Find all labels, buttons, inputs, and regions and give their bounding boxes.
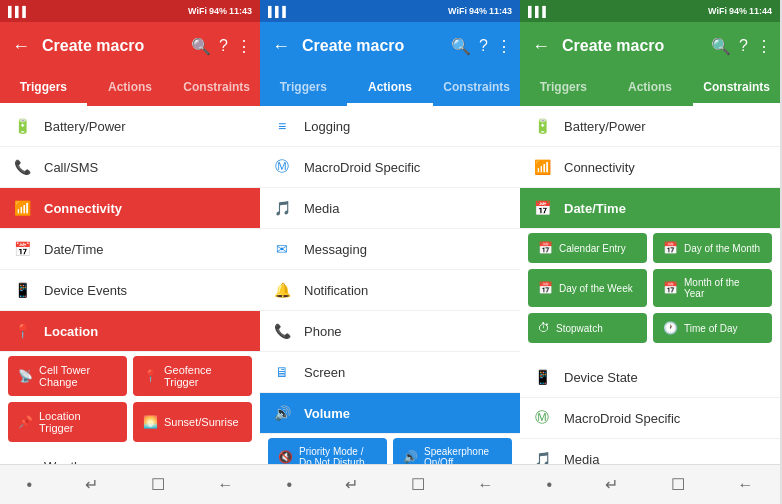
back-button-1[interactable]: ←	[8, 32, 34, 61]
more-button-1[interactable]: ⋮	[236, 37, 252, 56]
speakerphone-btn[interactable]: 🔊 Speakerphone On/Off	[393, 438, 512, 464]
nav-bar-2: • ↵ ☐ ←	[260, 464, 520, 504]
status-right-3: WiFi 94% 11:44	[708, 6, 772, 16]
phone-icon: 📞	[272, 321, 292, 341]
list-item-callsms[interactable]: 📞 Call/SMS	[0, 147, 260, 188]
tab-actions-3[interactable]: Actions	[607, 70, 694, 106]
tab-actions-2[interactable]: Actions	[347, 70, 434, 106]
month-of-year-btn[interactable]: 📅 Month of the Year	[653, 269, 772, 307]
datetime-chips: 📅 Calendar Entry 📅 Day of the Month 📅 Da…	[520, 229, 780, 357]
media-icon-3: 🎵	[532, 449, 552, 464]
calendar-entry-btn[interactable]: 📅 Calendar Entry	[528, 233, 647, 263]
time-2: 11:43	[489, 6, 512, 16]
priority-mode-btn[interactable]: 🔇 Priority Mode / Do Not Disturb	[268, 438, 387, 464]
tabs-2: Triggers Actions Constraints	[260, 70, 520, 106]
nav-dot-2: •	[286, 476, 292, 494]
list-item-battery-3[interactable]: 🔋 Battery/Power	[520, 106, 780, 147]
list-item-deviceevents[interactable]: 📱 Device Events	[0, 270, 260, 311]
list-item-notification[interactable]: 🔔 Notification	[260, 270, 520, 311]
list-item-connectivity-3[interactable]: 📶 Connectivity	[520, 147, 780, 188]
status-left-2: ▌▌▌	[268, 6, 289, 17]
panel-constraints: ▌▌▌ WiFi 94% 11:44 ← Create macro 🔍 ? ⋮ …	[520, 0, 780, 504]
datetime-icon: 📅	[12, 239, 32, 259]
list-item-phone[interactable]: 📞 Phone	[260, 311, 520, 352]
list-item-devicestate[interactable]: 📱 Device State	[520, 357, 780, 398]
list-item-battery[interactable]: 🔋 Battery/Power	[0, 106, 260, 147]
list-item-connectivity[interactable]: 📶 Connectivity	[0, 188, 260, 229]
tab-constraints-2[interactable]: Constraints	[433, 70, 520, 106]
tab-constraints-1[interactable]: Constraints	[173, 70, 260, 106]
search-button-1[interactable]: 🔍	[191, 37, 211, 56]
day-of-week-btn[interactable]: 📅 Day of the Week	[528, 269, 647, 307]
nav-back-2[interactable]: ←	[478, 476, 494, 494]
day-of-week-icon: 📅	[538, 281, 553, 295]
nav-return-2[interactable]: ↵	[345, 475, 358, 494]
logging-icon: ≡	[272, 116, 292, 136]
tabs-1: Triggers Actions Constraints	[0, 70, 260, 106]
list-item-macrodroid-2[interactable]: Ⓜ MacroDroid Specific	[260, 147, 520, 188]
help-button-1[interactable]: ?	[219, 37, 228, 55]
nav-square-1[interactable]: ☐	[151, 475, 165, 494]
list-item-macrodroid-3[interactable]: Ⓜ MacroDroid Specific	[520, 398, 780, 439]
messaging-label: Messaging	[304, 242, 367, 257]
tab-triggers-1[interactable]: Triggers	[0, 70, 87, 106]
battery-icon-3: 🔋	[532, 116, 552, 136]
status-right-1: WiFi 94% 11:43	[188, 6, 252, 16]
tab-constraints-3[interactable]: Constraints	[693, 70, 780, 106]
time-of-day-btn[interactable]: 🕐 Time of Day	[653, 313, 772, 343]
geofence-label: Geofence Trigger	[164, 364, 242, 388]
nav-back-1[interactable]: ←	[218, 476, 234, 494]
search-button-2[interactable]: 🔍	[451, 37, 471, 56]
back-button-3[interactable]: ←	[528, 32, 554, 61]
deviceevents-label: Device Events	[44, 283, 127, 298]
tab-triggers-2[interactable]: Triggers	[260, 70, 347, 106]
nav-back-3[interactable]: ←	[738, 476, 754, 494]
notification-icon: 🔔	[272, 280, 292, 300]
help-button-3[interactable]: ?	[739, 37, 748, 55]
geofence-btn[interactable]: 📍 Geofence Trigger	[133, 356, 252, 396]
tab-actions-1[interactable]: Actions	[87, 70, 174, 106]
content-3: 🔋 Battery/Power 📶 Connectivity 📅 Date/Ti…	[520, 106, 780, 464]
stopwatch-btn[interactable]: ⏱ Stopwatch	[528, 313, 647, 343]
sunset-sunrise-btn[interactable]: 🌅 Sunset/Sunrise	[133, 402, 252, 442]
toolbar-actions-3: 🔍 ? ⋮	[711, 37, 772, 56]
day-of-week-label: Day of the Week	[559, 283, 633, 294]
devicestate-label: Device State	[564, 370, 638, 385]
list-item-logging[interactable]: ≡ Logging	[260, 106, 520, 147]
list-item-messaging[interactable]: ✉ Messaging	[260, 229, 520, 270]
battery-2: 94%	[469, 6, 487, 16]
nav-square-3[interactable]: ☐	[671, 475, 685, 494]
list-item-datetime-3[interactable]: 📅 Date/Time	[520, 188, 780, 229]
more-button-2[interactable]: ⋮	[496, 37, 512, 56]
nav-square-2[interactable]: ☐	[411, 475, 425, 494]
toolbar-actions-1: 🔍 ? ⋮	[191, 37, 252, 56]
day-of-month-btn[interactable]: 📅 Day of the Month	[653, 233, 772, 263]
list-item-screen[interactable]: 🖥 Screen	[260, 352, 520, 393]
list-item-weather[interactable]: ☁ Weather	[0, 446, 260, 464]
back-button-2[interactable]: ←	[268, 32, 294, 61]
help-button-2[interactable]: ?	[479, 37, 488, 55]
volume-icon: 🔊	[272, 403, 292, 423]
nav-return-3[interactable]: ↵	[605, 475, 618, 494]
list-item-media[interactable]: 🎵 Media	[260, 188, 520, 229]
cell-tower-label: Cell Tower Change	[39, 364, 117, 388]
list-item-media-3[interactable]: 🎵 Media	[520, 439, 780, 464]
battery-3: 94%	[729, 6, 747, 16]
search-button-3[interactable]: 🔍	[711, 37, 731, 56]
deviceevents-icon: 📱	[12, 280, 32, 300]
nav-return-1[interactable]: ↵	[85, 475, 98, 494]
status-bar-3: ▌▌▌ WiFi 94% 11:44	[520, 0, 780, 22]
toolbar-actions-2: 🔍 ? ⋮	[451, 37, 512, 56]
list-item-location[interactable]: 📍 Location	[0, 311, 260, 352]
stopwatch-label: Stopwatch	[556, 323, 603, 334]
speakerphone-label: Speakerphone On/Off	[424, 446, 502, 464]
location-trigger-btn[interactable]: 📌 Location Trigger	[8, 402, 127, 442]
cell-tower-btn[interactable]: 📡 Cell Tower Change	[8, 356, 127, 396]
tab-triggers-3[interactable]: Triggers	[520, 70, 607, 106]
more-button-3[interactable]: ⋮	[756, 37, 772, 56]
connectivity-label-3: Connectivity	[564, 160, 635, 175]
list-item-datetime[interactable]: 📅 Date/Time	[0, 229, 260, 270]
list-item-volume[interactable]: 🔊 Volume	[260, 393, 520, 434]
nav-dot-3: •	[546, 476, 552, 494]
speakerphone-icon: 🔊	[403, 450, 418, 464]
